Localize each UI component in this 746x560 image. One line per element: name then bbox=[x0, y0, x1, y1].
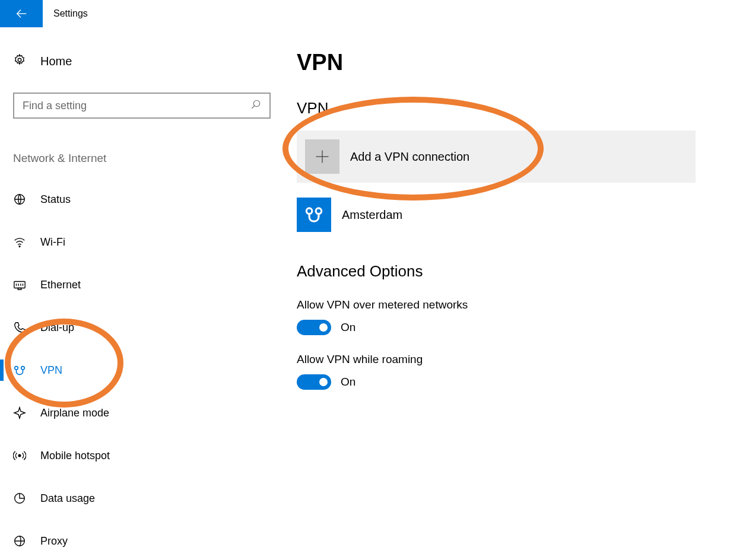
sidebar-item-label: Status bbox=[40, 193, 71, 206]
sidebar-item-label: Ethernet bbox=[40, 279, 81, 291]
sidebar-item-label: VPN bbox=[40, 364, 62, 377]
svg-point-14 bbox=[18, 454, 21, 457]
sidebar-item-label: Data usage bbox=[40, 492, 95, 505]
svg-point-12 bbox=[15, 367, 18, 370]
svg-line-3 bbox=[252, 106, 255, 109]
sidebar-item-vpn[interactable]: VPN bbox=[13, 356, 297, 384]
sidebar: Home Find a setting Network & Internet S… bbox=[0, 27, 297, 560]
svg-point-20 bbox=[316, 208, 322, 214]
sidebar-item-ethernet[interactable]: Ethernet bbox=[13, 271, 297, 299]
sidebar-item-airplane[interactable]: Airplane mode bbox=[13, 399, 297, 427]
home-link[interactable]: Home bbox=[13, 53, 297, 69]
sidebar-item-label: Wi-Fi bbox=[40, 236, 65, 249]
sidebar-item-datausage[interactable]: Data usage bbox=[13, 484, 297, 513]
sidebar-item-proxy[interactable]: Proxy bbox=[13, 527, 297, 555]
back-button[interactable] bbox=[0, 0, 43, 27]
toggle-metered-state: On bbox=[341, 321, 355, 334]
header-title: Settings bbox=[43, 8, 88, 19]
page-title: VPN bbox=[297, 50, 712, 75]
toggle-roaming[interactable] bbox=[297, 374, 331, 390]
toggle-metered[interactable] bbox=[297, 320, 331, 335]
sidebar-item-label: Dial-up bbox=[40, 322, 74, 334]
phone-icon bbox=[13, 321, 26, 334]
main-content: VPN VPN Add a VPN connection Amsterdam A… bbox=[297, 27, 712, 560]
svg-point-19 bbox=[306, 208, 312, 214]
add-vpn-button[interactable]: Add a VPN connection bbox=[297, 131, 696, 183]
vpn-connection-name: Amsterdam bbox=[342, 208, 402, 222]
piechart-icon bbox=[13, 492, 26, 505]
svg-rect-6 bbox=[14, 282, 25, 288]
vpn-connection-icon bbox=[297, 198, 331, 232]
arrow-left-icon bbox=[15, 7, 28, 20]
home-label: Home bbox=[40, 55, 72, 68]
sidebar-item-label: Airplane mode bbox=[40, 407, 109, 419]
sidebar-item-hotspot[interactable]: Mobile hotspot bbox=[13, 441, 297, 470]
hotspot-icon bbox=[13, 449, 26, 462]
sidebar-item-status[interactable]: Status bbox=[13, 185, 297, 214]
header: Settings bbox=[0, 0, 746, 27]
vpn-icon bbox=[13, 364, 26, 377]
section-title: Network & Internet bbox=[13, 152, 297, 165]
option-roaming-label: Allow VPN while roaming bbox=[297, 353, 712, 366]
proxy-icon bbox=[13, 534, 26, 548]
vpn-section-title: VPN bbox=[297, 99, 712, 117]
sidebar-item-label: Proxy bbox=[40, 535, 68, 548]
advanced-options-title: Advanced Options bbox=[297, 262, 712, 281]
active-indicator bbox=[0, 359, 4, 381]
plus-icon bbox=[305, 139, 339, 174]
wifi-icon bbox=[13, 236, 26, 249]
search-icon bbox=[250, 99, 261, 112]
search-input[interactable]: Find a setting bbox=[13, 93, 271, 119]
svg-point-2 bbox=[253, 100, 260, 107]
globe-icon bbox=[13, 193, 26, 206]
search-placeholder: Find a setting bbox=[23, 100, 87, 112]
toggle-roaming-state: On bbox=[341, 376, 355, 389]
sidebar-item-label: Mobile hotspot bbox=[40, 450, 110, 462]
option-metered-label: Allow VPN over metered networks bbox=[297, 298, 712, 311]
add-vpn-label: Add a VPN connection bbox=[350, 150, 469, 164]
svg-point-5 bbox=[19, 246, 20, 247]
vpn-connection-item[interactable]: Amsterdam bbox=[297, 191, 712, 238]
ethernet-icon bbox=[13, 278, 26, 291]
sidebar-item-dialup[interactable]: Dial-up bbox=[13, 313, 297, 342]
svg-point-13 bbox=[21, 367, 25, 370]
svg-point-1 bbox=[18, 58, 21, 62]
airplane-icon bbox=[13, 406, 26, 419]
svg-rect-7 bbox=[18, 288, 21, 290]
gear-icon bbox=[13, 53, 26, 69]
sidebar-item-wifi[interactable]: Wi-Fi bbox=[13, 228, 297, 256]
